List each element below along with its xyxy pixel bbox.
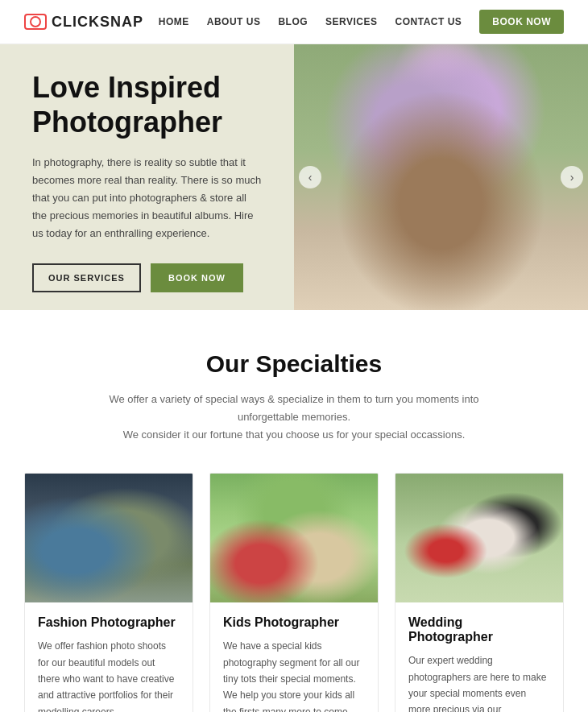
card-kids-title: Kids Photographer bbox=[223, 615, 365, 630]
card-kids-desc: We have a special kids photography segme… bbox=[223, 638, 365, 712]
main-nav: HOME ABOUT US BLOG SERVICES CONTACT US B… bbox=[159, 10, 564, 34]
card-kids: Kids Photographer We have a special kids… bbox=[209, 473, 379, 712]
card-wedding-body: Wedding Photographer Our expert wedding … bbox=[395, 602, 563, 712]
card-wedding-image bbox=[395, 474, 563, 602]
hero-description: In photography, there is reality so subt… bbox=[32, 154, 262, 242]
specialties-section: Our Specialties We offer a variety of sp… bbox=[0, 310, 588, 712]
specialties-subtitle: We offer a variety of special ways & spe… bbox=[85, 391, 503, 444]
wedding-photo bbox=[395, 474, 563, 602]
hero-buttons: OUR SERVICES BOOK NOW bbox=[32, 263, 262, 292]
card-fashion: Fashion Photographer We offer fashion ph… bbox=[24, 473, 193, 712]
slider-next-button[interactable]: › bbox=[561, 166, 583, 188]
our-services-button[interactable]: OUR SERVICES bbox=[32, 263, 141, 292]
card-fashion-title: Fashion Photographer bbox=[38, 615, 180, 630]
nav-home[interactable]: HOME bbox=[159, 16, 189, 27]
card-wedding: Wedding Photographer Our expert wedding … bbox=[395, 473, 564, 712]
hero-section: Love Inspired Photographer In photograph… bbox=[0, 44, 588, 310]
logo-icon bbox=[24, 14, 47, 30]
card-kids-body: Kids Photographer We have a special kids… bbox=[210, 602, 378, 712]
nav-services[interactable]: SERVICES bbox=[325, 16, 377, 27]
nav-blog[interactable]: BLOG bbox=[278, 16, 308, 27]
kids-photo bbox=[210, 474, 378, 602]
nav-book-now-button[interactable]: BOOK NOW bbox=[479, 10, 564, 34]
logo-text: CLICKSNAP bbox=[52, 14, 143, 31]
card-wedding-title: Wedding Photographer bbox=[408, 615, 550, 644]
nav-contact[interactable]: CONTACT US bbox=[395, 16, 462, 27]
fashion-photo bbox=[25, 474, 193, 602]
hero-title: Love Inspired Photographer bbox=[32, 70, 262, 139]
hero-image: ‹ › bbox=[294, 44, 588, 310]
hero-text-area: Love Inspired Photographer In photograph… bbox=[0, 44, 294, 310]
specialties-cards: Fashion Photographer We offer fashion ph… bbox=[24, 473, 564, 712]
card-fashion-body: Fashion Photographer We offer fashion ph… bbox=[25, 602, 193, 712]
specialties-title: Our Specialties bbox=[24, 350, 564, 378]
hero-photo bbox=[294, 44, 588, 310]
logo-click: CLICK bbox=[52, 14, 100, 30]
nav-about[interactable]: ABOUT US bbox=[207, 16, 261, 27]
card-wedding-desc: Our expert wedding photographers are her… bbox=[408, 652, 550, 712]
header: CLICKSNAP HOME ABOUT US BLOG SERVICES CO… bbox=[0, 0, 588, 44]
card-fashion-image bbox=[25, 474, 193, 602]
card-kids-image bbox=[210, 474, 378, 602]
logo-snap: SNAP bbox=[100, 14, 143, 30]
card-fashion-desc: We offer fashion photo shoots for our be… bbox=[38, 638, 180, 712]
slider-prev-button[interactable]: ‹ bbox=[299, 166, 321, 188]
logo: CLICKSNAP bbox=[24, 14, 143, 31]
book-now-hero-button[interactable]: BOOK NOW bbox=[151, 263, 243, 292]
